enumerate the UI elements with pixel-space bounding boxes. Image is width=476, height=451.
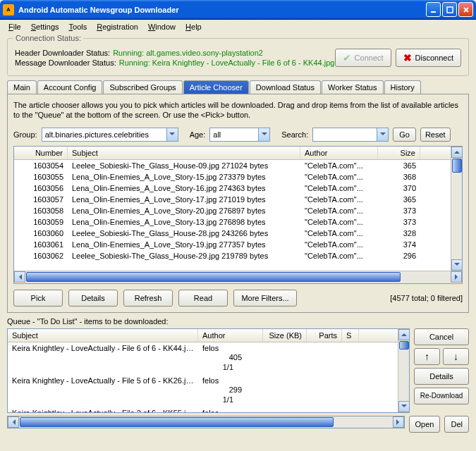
col-author[interactable]: Author: [300, 147, 378, 159]
move-down-button[interactable]: ↓: [443, 348, 469, 365]
qcell-parts: 1/1: [202, 362, 238, 372]
col-number[interactable]: Number: [14, 147, 68, 159]
qscroll-down-icon[interactable]: [398, 401, 409, 412]
age-combo[interactable]: [209, 128, 259, 142]
reset-button[interactable]: Reset: [420, 128, 451, 142]
qcol-parts[interactable]: Parts: [307, 329, 342, 342]
article-row[interactable]: 1603056Lena_Olin-Enemies_A_Love_Story-16…: [14, 183, 451, 194]
titlebar: A Android Automatic Newsgroup Downloader: [0, 0, 476, 20]
tab-history[interactable]: History: [384, 80, 421, 94]
connect-label: Connect: [355, 54, 384, 62]
cell-number: 1603058: [14, 206, 68, 216]
article-row[interactable]: 1603060Leelee_Sobieski-The_Glass_House-2…: [14, 228, 451, 239]
tab-main[interactable]: Main: [7, 80, 37, 94]
article-row[interactable]: 1603054Leelee_Sobieski-The_Glass_House-0…: [14, 160, 451, 171]
hscroll-thumb[interactable]: [26, 272, 401, 282]
open-button[interactable]: Open: [409, 416, 441, 433]
tab-account-config[interactable]: Account Config: [37, 80, 103, 94]
cell-size: 365: [378, 161, 420, 171]
tab-article-chooser[interactable]: Article Chooser: [183, 80, 249, 94]
maximize-button[interactable]: [442, 2, 457, 17]
scroll-up-icon[interactable]: [451, 147, 462, 158]
queue-row[interactable]: Keira Knightley - LoveActually - File 2 …: [8, 407, 398, 412]
article-row[interactable]: 1603059Lena_Olin-Enemies_A_Love_Story-13…: [14, 216, 451, 228]
qscroll-left-icon[interactable]: [8, 416, 19, 428]
menu-window[interactable]: Window: [148, 23, 176, 31]
scroll-left-icon[interactable]: [14, 271, 25, 283]
move-up-button[interactable]: ↑: [414, 348, 440, 365]
col-size[interactable]: Size: [378, 147, 420, 159]
cell-subject: Lena_Olin-Enemies_A_Love_Story-20.jpg 27…: [68, 206, 300, 216]
article-row[interactable]: 1603055Lena_Olin-Enemies_A_Love_Story-15…: [14, 171, 451, 183]
menu-settings[interactable]: Settings: [31, 23, 59, 31]
cell-subject: Lena_Olin-Enemies_A_Love_Story-15.jpg 27…: [68, 172, 300, 182]
qcol-subject[interactable]: Subject: [8, 329, 198, 342]
refresh-button[interactable]: Refresh: [123, 290, 173, 307]
menu-file[interactable]: File: [8, 23, 21, 31]
connection-legend: Connection Status:: [13, 34, 83, 42]
qscroll-up-icon[interactable]: [398, 329, 409, 340]
go-button[interactable]: Go: [393, 128, 416, 142]
qvscroll-thumb[interactable]: [399, 341, 409, 350]
tab-worker-status[interactable]: Worker Status: [322, 80, 384, 94]
group-combo[interactable]: [42, 128, 167, 142]
tab-subscribed-groups[interactable]: Subscribed Groups: [103, 80, 182, 94]
menu-help[interactable]: Help: [185, 23, 202, 31]
qcol-size[interactable]: Size (KB): [263, 329, 307, 342]
scroll-down-icon[interactable]: [451, 259, 462, 271]
del-button[interactable]: Del: [444, 416, 469, 433]
cell-author: "CelebTA.com"...: [300, 194, 378, 204]
disconnect-label: Disconnect: [415, 54, 453, 62]
cell-subject: Leelee_Sobieski-The_Glass_House-29.jpg 2…: [68, 251, 300, 261]
qscroll-right-icon[interactable]: [393, 416, 404, 428]
scroll-right-icon[interactable]: [451, 271, 462, 283]
close-button[interactable]: [458, 2, 473, 17]
article-row[interactable]: 1603061Lena_Olin-Enemies_A_Love_Story-19…: [14, 239, 451, 250]
qcell-subject: Keira Knightley - LoveActually - File 5 …: [8, 376, 198, 407]
qcell-size: 299: [202, 385, 246, 395]
age-combo-button[interactable]: [259, 128, 270, 142]
cancel-button[interactable]: Cancel: [414, 328, 469, 345]
vscroll-thumb[interactable]: [452, 159, 462, 173]
article-row[interactable]: 1603057Lena_Olin-Enemies_A_Love_Story-17…: [14, 194, 451, 205]
menubar: File Settings Tools Registration Window …: [0, 20, 476, 34]
cell-author: "CelebTA.com"...: [300, 251, 378, 261]
queue-hscroll[interactable]: [7, 416, 405, 428]
search-label: Search:: [281, 130, 308, 139]
tab-strip: MainAccount ConfigSubscribed GroupsArtic…: [7, 80, 469, 94]
queue-row[interactable]: Keira Knightley - LoveActually - File 5 …: [8, 375, 398, 407]
tab-download-status[interactable]: Download Status: [250, 80, 321, 94]
menu-tools[interactable]: Tools: [69, 23, 87, 31]
queue-legend: Queue - "To Do List" - items to be downl…: [7, 317, 469, 326]
cell-subject: Lena_Olin-Enemies_A_Love_Story-16.jpg 27…: [68, 183, 300, 193]
cell-author: "CelebTA.com"...: [300, 217, 378, 227]
menu-registration[interactable]: Registration: [97, 23, 138, 31]
article-hscroll[interactable]: [25, 271, 451, 283]
cell-size: 296: [378, 251, 420, 261]
queue-row[interactable]: Keira Knightley - LoveActually - File 6 …: [8, 342, 398, 375]
read-button[interactable]: Read: [178, 290, 228, 307]
col-subject[interactable]: Subject: [68, 147, 300, 159]
search-input[interactable]: [312, 128, 377, 142]
cell-author: "CelebTA.com"...: [300, 183, 378, 193]
chooser-instructions: The article chooser allows you you to pi…: [13, 100, 463, 121]
article-vscroll[interactable]: [451, 147, 462, 271]
cell-size: 370: [378, 183, 420, 193]
redownload-button[interactable]: Re-Download: [414, 388, 469, 404]
queue-vscroll[interactable]: [398, 329, 409, 412]
group-combo-button[interactable]: [167, 128, 178, 142]
search-combo-button[interactable]: [377, 128, 389, 142]
article-row[interactable]: 1603058Lena_Olin-Enemies_A_Love_Story-20…: [14, 205, 451, 216]
qcell-subject: Keira Knightley - LoveActually - File 6 …: [8, 343, 198, 374]
qcol-author[interactable]: Author: [198, 329, 263, 342]
queue-details-button[interactable]: Details: [414, 368, 469, 385]
minimize-button[interactable]: [426, 2, 441, 17]
qhscroll-thumb[interactable]: [20, 417, 334, 427]
more-filters-button[interactable]: More Filters...: [233, 290, 297, 307]
qcol-s[interactable]: S: [342, 329, 359, 342]
connect-button[interactable]: ✔Connect: [335, 49, 391, 67]
disconnect-button[interactable]: ✖Disconnect: [396, 49, 461, 67]
article-row[interactable]: 1603062Leelee_Sobieski-The_Glass_House-2…: [14, 250, 451, 261]
details-button[interactable]: Details: [68, 290, 118, 307]
pick-button[interactable]: Pick: [13, 290, 63, 307]
